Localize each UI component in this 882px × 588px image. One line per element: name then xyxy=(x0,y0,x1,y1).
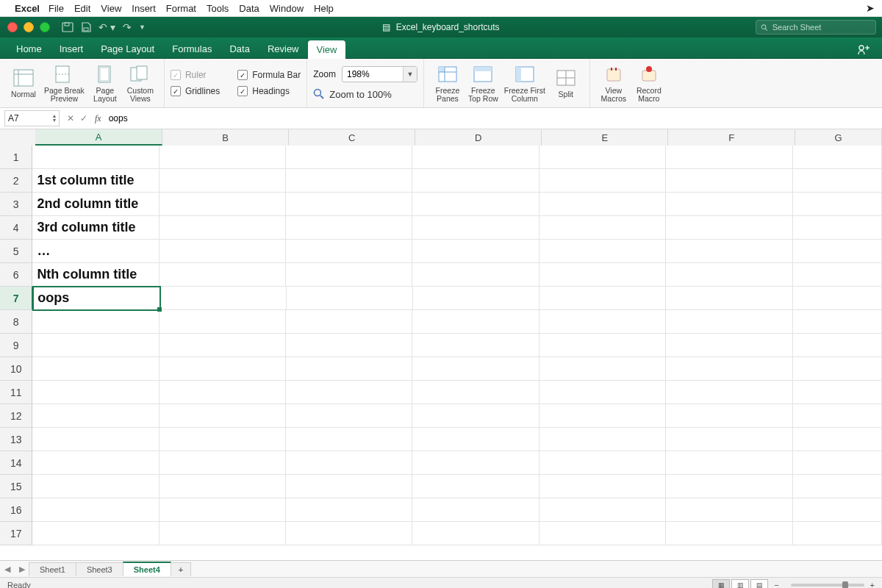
formula-input[interactable] xyxy=(107,112,882,124)
cell-C15[interactable] xyxy=(286,475,412,498)
close-window-button[interactable] xyxy=(7,22,18,32)
tab-review[interactable]: Review xyxy=(259,40,308,58)
cell-C1[interactable] xyxy=(286,146,412,169)
cell-G13[interactable] xyxy=(793,428,882,451)
row-header-9[interactable]: 9 xyxy=(0,334,32,357)
cell-D1[interactable] xyxy=(412,146,539,169)
row-header-12[interactable]: 12 xyxy=(0,404,32,428)
cell-C10[interactable] xyxy=(286,357,412,381)
row-header-2[interactable]: 2 xyxy=(0,169,32,193)
cell-F4[interactable] xyxy=(666,216,793,240)
cell-F15[interactable] xyxy=(666,475,793,498)
cell-B4[interactable] xyxy=(159,216,286,240)
zoom-in-button[interactable]: + xyxy=(870,581,875,588)
location-arrow-icon[interactable]: ➤ xyxy=(866,2,875,14)
menu-view[interactable]: View xyxy=(101,3,121,14)
normal-view-toggle[interactable]: ▦ xyxy=(712,579,730,588)
cell-A6[interactable]: Nth column title xyxy=(32,263,159,287)
normal-view-button[interactable]: Normal xyxy=(6,67,41,98)
cell-E12[interactable] xyxy=(539,404,666,428)
share-icon[interactable] xyxy=(853,40,875,58)
cell-C13[interactable] xyxy=(286,428,412,451)
cell-D14[interactable] xyxy=(412,451,539,475)
cell-E2[interactable] xyxy=(539,169,666,193)
cell-D17[interactable] xyxy=(412,522,539,545)
sheet-tab-sheet1[interactable]: Sheet1 xyxy=(29,562,76,576)
zoom-slider-thumb[interactable] xyxy=(842,581,848,588)
cell-E9[interactable] xyxy=(539,334,666,357)
cell-F8[interactable] xyxy=(666,310,793,334)
cell-G15[interactable] xyxy=(793,475,882,498)
undo-icon[interactable]: ↶ ▾ xyxy=(98,21,115,33)
cell-G11[interactable] xyxy=(793,381,882,404)
split-button[interactable]: Split xyxy=(548,67,584,98)
cell-D16[interactable] xyxy=(412,498,539,522)
sheet-tab-sheet3[interactable]: Sheet3 xyxy=(76,562,123,576)
sheet-tab-sheet4[interactable]: Sheet4 xyxy=(123,562,171,576)
cell-E4[interactable] xyxy=(539,216,666,240)
cell-C5[interactable] xyxy=(286,240,412,263)
cell-C11[interactable] xyxy=(286,381,412,404)
confirm-entry-icon[interactable]: ✓ xyxy=(80,113,87,123)
cell-D2[interactable] xyxy=(412,169,539,193)
cell-A2[interactable]: 1st column title xyxy=(32,169,159,193)
cell-A1[interactable] xyxy=(32,146,159,169)
cell-B10[interactable] xyxy=(159,357,286,381)
cell-A3[interactable]: 2nd column title xyxy=(32,193,159,216)
col-header-E[interactable]: E xyxy=(542,129,668,146)
cell-F1[interactable] xyxy=(666,146,793,169)
cell-G16[interactable] xyxy=(793,498,882,522)
cell-F11[interactable] xyxy=(666,381,793,404)
qat-dropdown-icon[interactable]: ▼ xyxy=(139,24,146,31)
col-header-F[interactable]: F xyxy=(668,129,795,146)
freeze-top-row-button[interactable]: Freeze Top Row xyxy=(465,63,501,103)
gridlines-checkbox[interactable]: ✓Gridlines xyxy=(171,86,220,96)
page-break-preview-button[interactable]: Page Break Preview xyxy=(41,63,87,103)
cell-C8[interactable] xyxy=(286,310,412,334)
cell-C7[interactable] xyxy=(287,287,413,310)
spreadsheet-grid[interactable]: ABCDEFG 121st column title32nd column ti… xyxy=(0,129,882,560)
search-sheet-input[interactable] xyxy=(771,22,871,32)
cell-B5[interactable] xyxy=(159,240,286,263)
fx-icon[interactable]: fx xyxy=(95,113,101,124)
formula-bar-checkbox[interactable]: ✓Formula Bar xyxy=(237,70,301,80)
menu-window[interactable]: Window xyxy=(270,3,304,14)
col-header-D[interactable]: D xyxy=(415,129,542,146)
cell-D12[interactable] xyxy=(412,404,539,428)
cell-A11[interactable] xyxy=(32,381,159,404)
minimize-window-button[interactable] xyxy=(24,22,34,32)
zoom-select[interactable]: ▼ xyxy=(342,66,417,82)
cell-C14[interactable] xyxy=(286,451,412,475)
page-layout-toggle[interactable]: ▥ xyxy=(731,579,749,588)
cell-C4[interactable] xyxy=(286,216,412,240)
cell-E7[interactable] xyxy=(539,287,666,310)
zoom-100-button[interactable]: Zoom to 100% xyxy=(313,88,417,100)
cell-F17[interactable] xyxy=(666,522,793,545)
menu-insert[interactable]: Insert xyxy=(132,3,156,14)
tab-formulas[interactable]: Formulas xyxy=(163,40,220,58)
cell-D10[interactable] xyxy=(412,357,539,381)
cell-E16[interactable] xyxy=(539,498,666,522)
save-icon[interactable] xyxy=(81,22,91,32)
autosave-icon[interactable] xyxy=(62,22,74,32)
cell-C9[interactable] xyxy=(286,334,412,357)
cell-A10[interactable] xyxy=(32,357,159,381)
cell-E17[interactable] xyxy=(539,522,666,545)
name-box[interactable]: A7 ▴▾ xyxy=(4,110,60,126)
row-header-4[interactable]: 4 xyxy=(0,216,32,240)
cell-G9[interactable] xyxy=(793,334,882,357)
cell-D11[interactable] xyxy=(412,381,539,404)
cell-E6[interactable] xyxy=(539,263,666,287)
cell-G7[interactable] xyxy=(793,287,882,310)
custom-views-button[interactable]: Custom Views xyxy=(123,63,158,103)
cell-B17[interactable] xyxy=(159,522,286,545)
name-box-stepper-icon[interactable]: ▴▾ xyxy=(53,114,56,123)
menu-file[interactable]: File xyxy=(49,3,64,14)
cell-D9[interactable] xyxy=(412,334,539,357)
cell-G2[interactable] xyxy=(793,169,882,193)
cell-G5[interactable] xyxy=(793,240,882,263)
cell-B7[interactable] xyxy=(160,287,287,310)
row-header-7[interactable]: 7 xyxy=(0,287,33,310)
sheet-nav-next[interactable]: ▶ xyxy=(15,564,29,574)
cell-F9[interactable] xyxy=(666,334,793,357)
